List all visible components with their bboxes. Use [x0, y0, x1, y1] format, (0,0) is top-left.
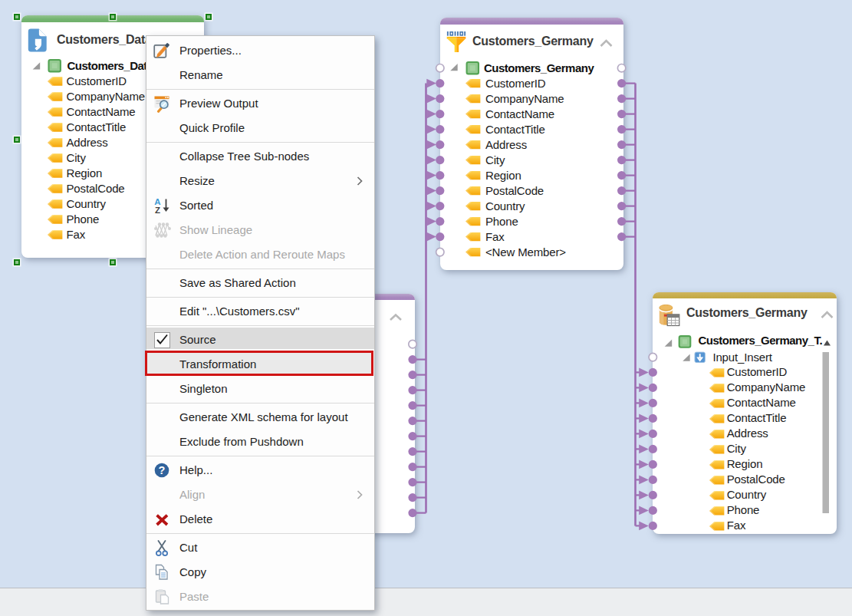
svg-text:?: ?: [159, 464, 166, 476]
svg-text:Z: Z: [155, 206, 160, 215]
